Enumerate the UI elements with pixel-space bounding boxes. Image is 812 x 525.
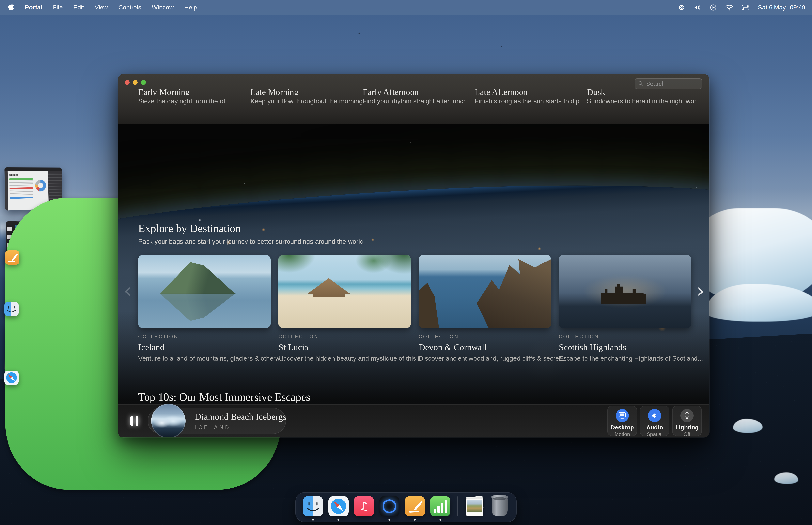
dock-separator xyxy=(457,496,458,516)
mini-doc-title: Budget xyxy=(10,173,47,176)
photos-stack-icon xyxy=(465,496,485,516)
collection-title: Devon & Cornwall xyxy=(419,342,551,352)
carousel-prev-button[interactable]: ‹ xyxy=(124,281,132,301)
window-header: Early Morning Sieze the day right from t… xyxy=(118,74,709,124)
player-controls: Desktop Motion Audio Spatial Lighting Of… xyxy=(608,406,702,436)
collection-card-devon-cornwall[interactable]: COLLECTION Devon & Cornwall Discover anc… xyxy=(419,255,551,362)
menu-date: Sat 6 May xyxy=(758,4,786,11)
running-indicator xyxy=(414,519,416,521)
collection-card-scottish-highlands[interactable]: COLLECTION Scottish Highlands Escape to … xyxy=(559,255,691,362)
dock-item-safari[interactable] xyxy=(328,496,349,516)
running-indicator xyxy=(389,519,390,521)
running-indicator xyxy=(440,519,441,521)
search-icon xyxy=(638,81,643,87)
speaker-icon xyxy=(648,409,661,422)
dock: ♫ xyxy=(295,492,517,522)
wallpaper-bird xyxy=(501,46,503,47)
lightbulb-icon xyxy=(680,409,693,422)
time-of-day-early-morning[interactable]: Early Morning Sieze the day right from t… xyxy=(138,88,237,105)
portal-window: Early Morning Sieze the day right from t… xyxy=(118,74,709,437)
collection-card-st-lucia[interactable]: COLLECTION St Lucia Uncover the hidden b… xyxy=(278,255,411,362)
explore-subheading: Pack your bags and start your journey to… xyxy=(138,238,364,245)
wallpaper-bird xyxy=(358,32,361,34)
hero-section: Explore by Destination Pack your bags an… xyxy=(118,124,709,437)
traffic-lights xyxy=(125,80,146,85)
destination-carousel: COLLECTION Iceland Venture to a land of … xyxy=(138,255,691,362)
mini-titlebar xyxy=(4,167,62,171)
mini-table-blue xyxy=(10,196,33,199)
dock-item-photos-stack[interactable] xyxy=(465,496,485,516)
trash-icon xyxy=(492,496,507,516)
audio-spatial-button[interactable]: Audio Spatial xyxy=(640,406,670,436)
numbers-icon xyxy=(430,496,450,516)
collection-title: Scottish Highlands xyxy=(559,342,691,352)
times-of-day-row: Early Morning Sieze the day right from t… xyxy=(138,88,686,105)
zoom-button[interactable] xyxy=(141,80,146,85)
close-button[interactable] xyxy=(125,80,129,85)
menu-time: 09:49 xyxy=(790,4,805,11)
ring-icon[interactable] xyxy=(678,4,685,11)
time-of-day-late-morning[interactable]: Late Morning Keep your flow throughout t… xyxy=(250,88,349,105)
mini-table-lines xyxy=(10,190,33,195)
pause-button[interactable] xyxy=(130,416,138,426)
mini-donut-chart xyxy=(35,180,46,192)
dock-item-trash[interactable] xyxy=(490,496,509,516)
time-of-day-early-afternoon[interactable]: Early Afternoon Find your rhythm straigh… xyxy=(363,88,461,105)
devon-cornwall-photo xyxy=(419,255,551,328)
running-indicator xyxy=(338,519,339,521)
wifi-icon[interactable] xyxy=(725,4,733,11)
dock-item-portal[interactable] xyxy=(379,496,399,516)
dock-item-music[interactable]: ♫ xyxy=(354,496,374,516)
now-playing-location: ICELAND xyxy=(195,424,231,431)
desktop-motion-button[interactable]: Desktop Motion xyxy=(608,406,637,436)
player-bar: Diamond Beach Icebergs ICELAND Desktop M… xyxy=(118,404,709,437)
portal-icon xyxy=(379,496,399,516)
menu-item-controls[interactable]: Controls xyxy=(119,4,141,11)
minimize-button[interactable] xyxy=(133,80,138,85)
menu-item-view[interactable]: View xyxy=(95,4,108,11)
now-playing-title: Diamond Beach Icebergs xyxy=(195,411,286,422)
search-field[interactable] xyxy=(635,78,702,89)
mini-table-lines xyxy=(10,180,33,186)
time-of-day-late-afternoon[interactable]: Late Afternoon Finish strong as the sun … xyxy=(475,88,573,105)
iceland-photo xyxy=(138,255,271,328)
pages-icon xyxy=(405,496,425,516)
music-icon: ♫ xyxy=(354,496,374,516)
control-center-icon[interactable] xyxy=(742,4,749,11)
collection-description: Uncover the hidden beauty and mystique o… xyxy=(278,355,411,362)
mini-table-red xyxy=(10,187,33,189)
explore-heading: Explore by Destination xyxy=(138,222,241,235)
finder-icon[interactable] xyxy=(4,302,18,316)
now-playing-thumbnail xyxy=(151,404,186,437)
mini-table-green xyxy=(10,178,33,180)
dock-item-finder[interactable] xyxy=(303,496,323,516)
menu-item-window[interactable]: Window xyxy=(152,4,173,11)
st-lucia-photo xyxy=(278,255,411,328)
apple-menu-icon[interactable] xyxy=(8,3,14,12)
menu-item-file[interactable]: File xyxy=(53,4,63,11)
desktop-icon xyxy=(616,409,629,422)
safari-icon[interactable] xyxy=(4,371,18,385)
dock-item-numbers[interactable] xyxy=(430,496,450,516)
lighting-button[interactable]: Lighting Off xyxy=(672,406,702,436)
time-of-day-dusk[interactable]: Dusk Sundowners to herald in the night w… xyxy=(587,88,686,105)
top10-heading: Top 10s: Our Most Immersive Escapes xyxy=(138,391,310,403)
scottish-highlands-photo xyxy=(559,255,691,328)
collection-description: Discover ancient woodland, rugged cliffs… xyxy=(419,355,551,362)
search-input[interactable] xyxy=(646,80,699,87)
play-icon[interactable] xyxy=(710,4,717,11)
carousel-next-button[interactable]: › xyxy=(697,281,705,301)
safari-icon xyxy=(328,496,349,516)
collection-description: Venture to a land of mountains, glaciers… xyxy=(138,355,271,362)
collection-description: Escape to the enchanting Highlands of Sc… xyxy=(559,355,691,362)
volume-icon[interactable] xyxy=(694,4,701,11)
collection-card-iceland[interactable]: COLLECTION Iceland Venture to a land of … xyxy=(138,255,271,362)
pages-icon[interactable] xyxy=(5,251,19,265)
menu-item-edit[interactable]: Edit xyxy=(74,4,84,11)
collection-label: COLLECTION xyxy=(559,334,691,339)
dock-item-pages[interactable] xyxy=(405,496,425,516)
collection-title: Iceland xyxy=(138,342,271,352)
menu-item-help[interactable]: Help xyxy=(184,4,197,11)
menu-app-name[interactable]: Portal xyxy=(25,4,42,11)
menu-clock[interactable]: Sat 6 May 09:49 xyxy=(758,4,805,11)
